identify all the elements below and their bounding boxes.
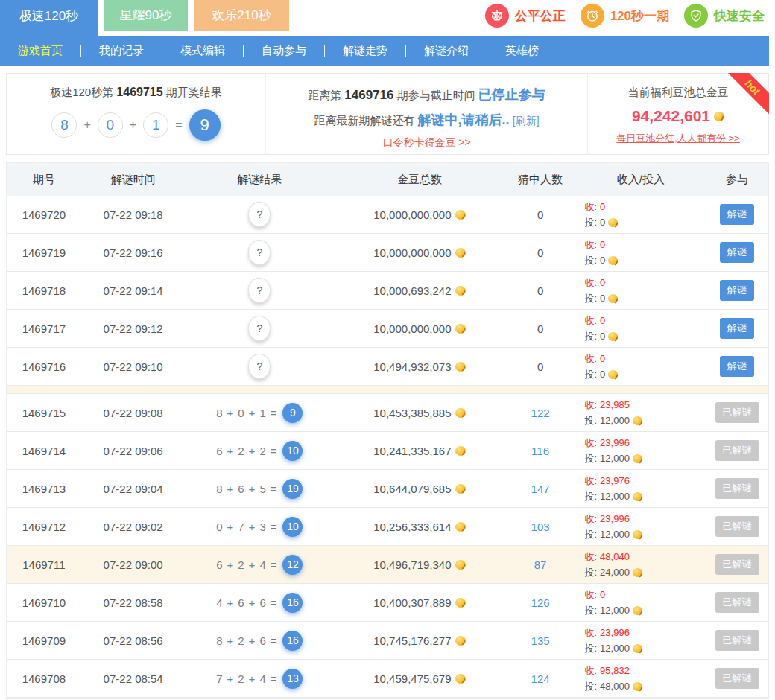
header-period: 期号 bbox=[7, 173, 81, 187]
result-formula: 8+ 6+ 5= 19 bbox=[216, 479, 303, 499]
nav-item-my-records[interactable]: 我的记录 bbox=[81, 44, 162, 58]
sum-ball: 10 bbox=[282, 441, 303, 461]
tab-star-90s[interactable]: 星耀90秒 bbox=[104, 0, 188, 31]
participate-button[interactable]: 已解谜 bbox=[715, 516, 759, 537]
gold-bean-icon bbox=[455, 210, 466, 220]
time-cell: 07-22 09:14 bbox=[81, 284, 186, 297]
income-line: 收:95,832 bbox=[584, 664, 629, 678]
unknown-result-icon: ? bbox=[248, 278, 271, 303]
gold-bean-icon bbox=[455, 522, 466, 532]
shield-check-icon bbox=[684, 4, 708, 28]
time-cell: 07-22 08:54 bbox=[81, 672, 186, 685]
header-income: 收入/投入 bbox=[575, 173, 706, 187]
time-cell: 07-22 09:02 bbox=[81, 521, 186, 533]
sum-ball: 16 bbox=[282, 631, 303, 651]
table-row: 1469718 07-22 09:14 ? + + = 10,000,693,2… bbox=[7, 272, 768, 310]
income-cell: 收:23,996 投:12,000 bbox=[575, 626, 706, 655]
nav-item-trend[interactable]: 解谜走势 bbox=[325, 44, 405, 58]
participate-button[interactable]: 已解谜 bbox=[715, 440, 759, 461]
tab-happy-210s[interactable]: 欢乐210秒 bbox=[194, 0, 289, 31]
hit-cell: 0 bbox=[505, 246, 576, 259]
result-sum: 9 bbox=[189, 109, 221, 141]
badge-fairness-label: 公平公正 bbox=[515, 7, 566, 25]
hit-cell: 116 bbox=[505, 445, 576, 457]
sum-ball: 19 bbox=[282, 479, 303, 499]
period-cell: 1469715 bbox=[7, 407, 81, 419]
participate-button[interactable]: 已解谜 bbox=[715, 592, 759, 613]
total-cell: 10,000,000,000 bbox=[334, 246, 505, 259]
result-cell: ? 7+ 2+ 4= 13 bbox=[186, 669, 335, 689]
badge-period: 120秒一期 bbox=[581, 4, 669, 28]
tab-speed-120s[interactable]: 极速120秒 bbox=[0, 0, 98, 36]
participate-button[interactable]: 已解谜 bbox=[715, 668, 759, 689]
result-cell: ? 8+ 6+ 5= 19 bbox=[186, 479, 335, 499]
total-cell: 10,644,079,685 bbox=[334, 483, 505, 495]
nav-item-mode-edit[interactable]: 模式编辑 bbox=[162, 44, 243, 58]
participate-button[interactable]: 解谜 bbox=[720, 242, 754, 263]
draws-table: 期号 解谜时间 解谜结果 金豆总数 猜中人数 收入/投入 参与 1469720 … bbox=[6, 162, 769, 699]
participate-button[interactable]: 解谜 bbox=[720, 280, 754, 301]
gold-bean-icon bbox=[608, 332, 618, 341]
hit-cell: 0 bbox=[505, 322, 576, 335]
result-formula: 7+ 2+ 4= 13 bbox=[216, 669, 303, 689]
nav-item-heroes[interactable]: 英雄榜 bbox=[487, 44, 557, 58]
latest-result-section: 极速120秒第 1469715 期开奖结果 8 + 0 + 1 = 9 bbox=[7, 74, 266, 154]
participate-button[interactable]: 解谜 bbox=[720, 318, 754, 339]
participate-button[interactable]: 解谜 bbox=[720, 356, 754, 377]
income-line: 收:23,976 bbox=[584, 474, 629, 488]
refresh-link[interactable]: [刷新] bbox=[513, 115, 540, 127]
total-cell: 10,459,475,679 bbox=[334, 672, 505, 685]
nav-item-home[interactable]: 游戏首页 bbox=[0, 44, 80, 58]
badge-safety: 快速安全 bbox=[684, 4, 765, 28]
dividend-link[interactable]: 每日豆池分红,人人都有份 >> bbox=[616, 132, 739, 145]
hot-ribbon: hot bbox=[726, 73, 769, 116]
time-cell: 07-22 08:58 bbox=[81, 596, 186, 609]
income-cell: 收:23,996 投:12,000 bbox=[575, 512, 706, 541]
gold-bean-icon bbox=[608, 218, 618, 227]
gold-bean-icon bbox=[633, 644, 642, 653]
result-cell: ? + + = bbox=[186, 316, 335, 341]
total-cell: 10,453,385,885 bbox=[334, 407, 505, 419]
nav-item-auto-join[interactable]: 自动参与 bbox=[244, 44, 324, 58]
time-cell: 07-22 09:16 bbox=[81, 246, 186, 259]
total-cell: 10,000,000,000 bbox=[334, 322, 505, 335]
time-cell: 07-22 09:12 bbox=[81, 322, 186, 335]
promo-link[interactable]: 口令秒卡得金豆 >> bbox=[382, 136, 470, 150]
action-cell: 解谜 bbox=[706, 280, 768, 301]
period-cell: 1469711 bbox=[7, 559, 81, 571]
period-cell: 1469718 bbox=[7, 284, 81, 297]
period-cell: 1469714 bbox=[7, 445, 81, 457]
income-line: 收:0 bbox=[584, 238, 605, 252]
income-cell: 收:0 投:0 bbox=[575, 352, 706, 381]
time-cell: 07-22 09:04 bbox=[81, 483, 186, 495]
table-row: 1469720 07-22 09:18 ? + + = 10,000,000,0… bbox=[7, 196, 768, 234]
sum-ball: 13 bbox=[282, 669, 303, 689]
period-cell: 1469709 bbox=[7, 634, 81, 647]
income-cell: 收:23,996 投:12,000 bbox=[575, 436, 706, 465]
section-separator bbox=[7, 386, 768, 394]
gold-bean-icon bbox=[455, 286, 466, 296]
participate-button[interactable]: 解谜 bbox=[720, 204, 754, 225]
table-row: 1469717 07-22 09:12 ? + + = 10,000,000,0… bbox=[7, 310, 768, 348]
invest-line: 投:0 bbox=[584, 216, 618, 229]
participate-button[interactable]: 已解谜 bbox=[715, 554, 759, 575]
plus-sign: + bbox=[130, 118, 136, 132]
participate-button[interactable]: 已解谜 bbox=[715, 402, 759, 423]
income-line: 收:23,996 bbox=[584, 626, 629, 640]
gold-bean-icon bbox=[455, 560, 466, 570]
gold-bean-icon bbox=[455, 362, 466, 372]
action-cell: 已解谜 bbox=[706, 440, 768, 461]
unknown-result-icon: ? bbox=[248, 316, 271, 341]
badge-period-label: 120秒一期 bbox=[610, 7, 669, 25]
table-row: 1469711 07-22 09:00 ? 6+ 2+ 4= 12 10,496… bbox=[7, 546, 768, 584]
deadline-line: 距离第 1469716 期参与截止时间 已停止参与 bbox=[266, 86, 587, 104]
hit-cell: 87 bbox=[505, 559, 576, 571]
result-title: 极速120秒第 1469715 期开奖结果 bbox=[7, 86, 265, 100]
main-nav: 游戏首页 我的记录 模式编辑 自动参与 解谜走势 解谜介绍 英雄榜 bbox=[0, 36, 769, 66]
participate-button[interactable]: 已解谜 bbox=[715, 478, 759, 499]
nav-item-intro[interactable]: 解谜介绍 bbox=[406, 44, 487, 58]
gold-bean-icon bbox=[633, 416, 642, 425]
total-cell: 10,000,000,000 bbox=[334, 209, 505, 221]
header-result: 解谜结果 bbox=[186, 173, 335, 187]
participate-button[interactable]: 已解谜 bbox=[715, 630, 759, 651]
